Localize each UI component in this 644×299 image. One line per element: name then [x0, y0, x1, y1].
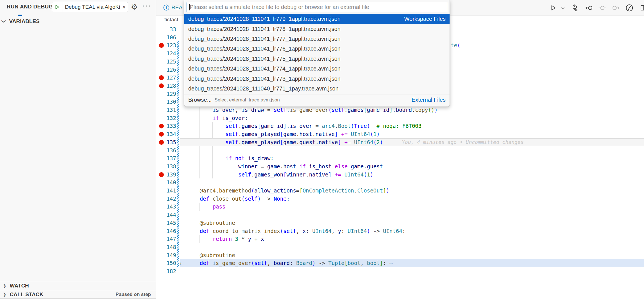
trace-file-label: debug_traces/20241028_111041_lr778_1appl…: [188, 26, 341, 32]
workspace-files-badge[interactable]: Workspace Files: [404, 16, 446, 22]
trace-file-item[interactable]: debug_traces/20241028_111041_lr776_1appl…: [184, 44, 450, 54]
start-debug-play-icon: [54, 4, 60, 10]
line-number[interactable]: 129: [156, 90, 176, 98]
fold-chevron-icon[interactable]: ›: [180, 259, 182, 267]
line-number[interactable]: 144: [156, 211, 176, 219]
code-line[interactable]: 135 self.games_played[game.guest.native]…: [156, 138, 644, 146]
run-and-debug-sidebar: RUN AND DEBUG Debug TEAL via AlgoKi ∨ ⚙ …: [0, 0, 156, 299]
trace-file-item[interactable]: debug_traces/20241028_111041_lr773_1appl…: [184, 74, 450, 83]
line-number[interactable]: 145: [156, 219, 176, 227]
line-number[interactable]: 106: [156, 33, 176, 42]
code-line[interactable]: 139 self.games_won[winner.native] += UIn…: [156, 171, 644, 179]
line-number[interactable]: 130: [156, 98, 176, 106]
code-line[interactable]: 145 @subroutine: [156, 219, 644, 227]
code-line[interactable]: 143 pass: [156, 203, 644, 211]
line-number[interactable]: 128: [156, 82, 176, 90]
line-number[interactable]: 124: [156, 49, 176, 58]
code-line[interactable]: 136: [156, 146, 644, 155]
trace-file-label: debug_traces/20241028_111040_lr771_1pay.…: [188, 85, 339, 92]
code-text: self.games[game_id].is_over = arc4.Bool(…: [187, 122, 421, 130]
external-files-badge[interactable]: External Files: [412, 97, 446, 103]
code-text: self.games_played[game.host.native] += U…: [187, 130, 380, 138]
chevron-right-icon: ❯: [3, 292, 6, 297]
browse-label: Browse...: [188, 97, 212, 103]
code-line[interactable]: 142 def close_out(self) -> None:: [156, 195, 644, 203]
line-number[interactable]: 135: [156, 138, 176, 146]
code-line[interactable]: 138 winner = game.host if is_host else g…: [156, 162, 644, 171]
trace-file-label: debug_traces/20241028_111041_lr775_1appl…: [188, 56, 341, 62]
line-number[interactable]: 148: [156, 243, 176, 251]
call-stack-label: CALL STACK: [10, 291, 44, 298]
trace-file-label: debug_traces/20241028_111041_lr777_1appl…: [188, 36, 341, 42]
line-number[interactable]: 146: [156, 227, 176, 235]
line-number[interactable]: 150: [156, 259, 176, 267]
code-text: def is_game_over(self, board: Board) -> …: [187, 259, 393, 267]
paused-status-badge: Paused on step: [115, 292, 151, 297]
line-number[interactable]: 141: [156, 187, 176, 195]
line-number[interactable]: 136: [156, 146, 176, 155]
focus-underline: [18, 15, 22, 16]
chevron-down-icon[interactable]: ∨: [122, 4, 128, 10]
code-line[interactable]: 133 self.games[game_id].is_over = arc4.B…: [156, 122, 644, 130]
trace-file-item[interactable]: debug_traces/20241028_111041_lr775_1appl…: [184, 54, 450, 64]
trace-file-item[interactable]: debug_traces/20241028_111041_lr777_1appl…: [184, 34, 450, 44]
code-line[interactable]: 182: [156, 267, 644, 275]
line-number[interactable]: 123: [156, 41, 176, 49]
line-number[interactable]: 138: [156, 162, 176, 171]
more-actions-icon[interactable]: ···: [142, 1, 151, 10]
text-cursor: [189, 4, 190, 10]
line-number[interactable]: 149: [156, 251, 176, 259]
trace-file-list: debug_traces/20241028_111041_lr779_1appl…: [184, 14, 450, 94]
code-line[interactable]: 146 def coord_to_matrix_index(self, x: U…: [156, 227, 644, 235]
code-line[interactable]: 148: [156, 243, 644, 251]
call-stack-section-header[interactable]: ❯ CALL STACK Paused on step: [0, 290, 156, 299]
code-line[interactable]: 137 if not is_draw:: [156, 154, 644, 162]
line-number[interactable]: 33: [156, 25, 176, 33]
variables-label: VARIABLES: [9, 18, 40, 24]
watch-section-header[interactable]: ❯ WATCH: [0, 281, 156, 290]
line-number[interactable]: 125: [156, 58, 176, 66]
code-line[interactable]: 141 @arc4.baremethod(allow_actions=[OnCo…: [156, 187, 644, 195]
trace-file-item[interactable]: debug_traces/20241028_111040_lr771_1pay.…: [184, 84, 450, 94]
code-text: def coord_to_matrix_index(self, x: UInt6…: [187, 227, 405, 235]
line-number[interactable]: 133: [156, 122, 176, 130]
trace-file-item[interactable]: debug_traces/20241028_111041_lr778_1appl…: [184, 24, 450, 34]
line-number[interactable]: 142: [156, 195, 176, 203]
code-text: winner = game.host if is_host else game.…: [187, 162, 383, 171]
line-number[interactable]: 127: [156, 74, 176, 82]
code-line[interactable]: 149 @subroutine: [156, 251, 644, 259]
line-number[interactable]: 137: [156, 154, 176, 162]
code-line[interactable]: 147 return 3 * y + x: [156, 235, 644, 243]
start-debug-button[interactable]: [52, 2, 62, 12]
browse-item[interactable]: Browse... Select external .trace.avm.jso…: [184, 95, 450, 105]
line-number[interactable]: 147: [156, 235, 176, 243]
line-number[interactable]: 134: [156, 130, 176, 138]
code-text: def close_out(self) -> None:: [187, 195, 290, 203]
code-line[interactable]: 150› def is_game_over(self, board: Board…: [156, 259, 644, 267]
line-number[interactable]: 143: [156, 203, 176, 211]
code-text: @subroutine: [187, 219, 235, 227]
variables-section-header[interactable]: ❯ VARIABLES: [2, 17, 40, 26]
line-number[interactable]: 140: [156, 178, 176, 187]
code-line[interactable]: 134 self.games_played[game.host.native] …: [156, 130, 644, 138]
code-line[interactable]: 132 if is_over:: [156, 114, 644, 122]
trace-file-input[interactable]: Please select a simulate trace file to d…: [187, 2, 447, 12]
launch-config-label[interactable]: Debug TEAL via AlgoKi: [62, 4, 122, 10]
trace-file-label: debug_traces/20241028_111041_lr773_1appl…: [188, 76, 341, 82]
code-text-fragment: te(: [451, 41, 460, 49]
gear-icon[interactable]: ⚙: [131, 3, 138, 11]
code-text: is_over, is_draw = self.is_game_over(sel…: [187, 106, 437, 114]
line-number[interactable]: 182: [156, 267, 176, 275]
line-number[interactable]: 132: [156, 114, 176, 122]
code-line[interactable]: 144: [156, 211, 644, 219]
line-number[interactable]: 139: [156, 171, 176, 179]
sidebar-title: RUN AND DEBUG: [7, 4, 53, 10]
trace-file-item[interactable]: debug_traces/20241028_111041_lr774_1appl…: [184, 64, 450, 74]
chevron-right-icon: ❯: [3, 283, 6, 288]
chevron-down-icon: ❯: [1, 20, 6, 23]
code-line[interactable]: 140: [156, 178, 644, 187]
line-number[interactable]: 131: [156, 106, 176, 114]
code-line[interactable]: 131 is_over, is_draw = self.is_game_over…: [156, 106, 644, 114]
line-number[interactable]: 126: [156, 66, 176, 74]
trace-file-item[interactable]: debug_traces/20241028_111041_lr779_1appl…: [184, 14, 450, 24]
